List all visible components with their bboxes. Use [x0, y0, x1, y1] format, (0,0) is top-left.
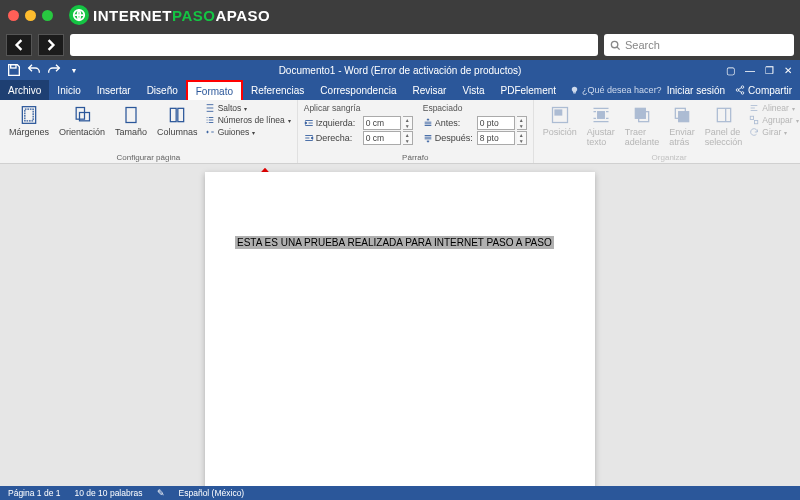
- group-page-setup: Márgenes Orientación Tamaño Columnas Sal…: [0, 100, 298, 163]
- spacing-after-spinner[interactable]: ▲▼: [517, 131, 527, 145]
- tab-pdfelement[interactable]: PDFelement: [493, 80, 565, 100]
- undo-icon[interactable]: [26, 62, 42, 78]
- browser-titlebar: INTERNET PASO APASO: [0, 0, 800, 30]
- columns-icon: [167, 105, 187, 125]
- tab-layout[interactable]: Formato: [186, 80, 243, 100]
- selected-text[interactable]: ESTA ES UNA PRUEBA REALIZADA PARA INTERN…: [235, 236, 554, 249]
- indent-right-spinner[interactable]: ▲▼: [403, 131, 413, 145]
- minimize-button[interactable]: —: [745, 65, 755, 76]
- margins-icon: [19, 105, 39, 125]
- save-icon[interactable]: [6, 62, 22, 78]
- ribbon-options-icon[interactable]: ▢: [726, 65, 735, 76]
- rotate-icon: [749, 127, 759, 137]
- maximize-traffic-light[interactable]: [42, 10, 53, 21]
- logo-icon: [69, 5, 89, 25]
- redo-icon[interactable]: [46, 62, 62, 78]
- ribbon-tabs: Archivo Inicio Insertar Diseño Formato R…: [0, 80, 800, 100]
- search-placeholder: Search: [625, 39, 660, 51]
- group-arrange-title: Organizar: [540, 152, 799, 162]
- spacing-before-label: Antes:: [435, 118, 475, 128]
- indent-heading: Aplicar sangría: [304, 103, 413, 113]
- svg-rect-20: [717, 108, 730, 121]
- bulb-icon: [570, 86, 579, 95]
- indent-right-icon: [304, 133, 314, 143]
- spacing-before-input[interactable]: 0 pto: [477, 116, 515, 130]
- wrap-text-button[interactable]: Ajustar texto: [584, 103, 618, 149]
- status-language[interactable]: Español (México): [179, 488, 245, 498]
- align-icon: [749, 103, 759, 113]
- search-icon: [610, 40, 621, 51]
- status-spellcheck-icon[interactable]: ✎: [157, 488, 165, 498]
- tab-review[interactable]: Revisar: [405, 80, 455, 100]
- signin-link[interactable]: Iniciar sesión: [667, 85, 725, 96]
- spacing-before-spinner[interactable]: ▲▼: [517, 116, 527, 130]
- tab-view[interactable]: Vista: [454, 80, 492, 100]
- indent-left-spinner[interactable]: ▲▼: [403, 116, 413, 130]
- position-icon: [550, 105, 570, 125]
- size-button[interactable]: Tamaño: [112, 103, 150, 139]
- tab-insert[interactable]: Insertar: [89, 80, 139, 100]
- status-page[interactable]: Página 1 de 1: [8, 488, 60, 498]
- document-page[interactable]: ESTA ES UNA PRUEBA REALIZADA PARA INTERN…: [205, 172, 595, 486]
- hyphenation-button[interactable]: Guiones▾: [205, 127, 291, 137]
- group-arrange: Posición Ajustar texto Traer adelante En…: [534, 100, 800, 163]
- breaks-icon: [205, 103, 215, 113]
- spacing-after-label: Después:: [435, 133, 475, 143]
- columns-button[interactable]: Columnas: [154, 103, 201, 139]
- svg-rect-12: [178, 108, 184, 121]
- tab-home[interactable]: Inicio: [49, 80, 88, 100]
- indent-left-icon: [304, 118, 314, 128]
- breaks-button[interactable]: Saltos▾: [205, 103, 291, 113]
- indent-right-label: Derecha:: [316, 133, 361, 143]
- tell-me[interactable]: ¿Qué desea hacer?: [570, 80, 662, 100]
- tab-mailings[interactable]: Correspondencia: [312, 80, 404, 100]
- back-button[interactable]: [6, 34, 32, 56]
- align-label: Alinear: [762, 103, 788, 113]
- svg-point-4: [736, 89, 739, 92]
- maximize-button[interactable]: ❐: [765, 65, 774, 76]
- indent-left-field: Izquierda: 0 cm ▲▼: [304, 116, 413, 130]
- hyphenation-icon: [205, 127, 215, 137]
- svg-rect-7: [25, 109, 33, 121]
- indent-left-input[interactable]: 0 cm: [363, 116, 401, 130]
- close-traffic-light[interactable]: [8, 10, 19, 21]
- send-backward-button[interactable]: Enviar atrás: [666, 103, 698, 149]
- group-page-setup-title: Configurar página: [6, 152, 291, 162]
- spacing-after-input[interactable]: 8 pto: [477, 131, 515, 145]
- minimize-traffic-light[interactable]: [25, 10, 36, 21]
- status-words[interactable]: 10 de 10 palabras: [74, 488, 142, 498]
- url-bar[interactable]: [70, 34, 598, 56]
- indent-right-input[interactable]: 0 cm: [363, 131, 401, 145]
- size-label: Tamaño: [115, 127, 147, 137]
- bring-forward-button[interactable]: Traer adelante: [622, 103, 663, 149]
- margins-button[interactable]: Márgenes: [6, 103, 52, 139]
- search-box[interactable]: Search: [604, 34, 794, 56]
- margins-label: Márgenes: [9, 127, 49, 137]
- orientation-button[interactable]: Orientación: [56, 103, 108, 139]
- tab-references[interactable]: Referencias: [243, 80, 312, 100]
- share-button[interactable]: Compartir: [735, 85, 792, 96]
- svg-rect-16: [635, 108, 645, 118]
- forward-button[interactable]: [38, 34, 64, 56]
- line-numbers-button[interactable]: Números de línea▾: [205, 115, 291, 125]
- document-area[interactable]: ESTA ES UNA PRUEBA REALIZADA PARA INTERN…: [0, 164, 800, 486]
- svg-rect-8: [76, 108, 84, 120]
- group-paragraph-title: Párrafo: [304, 152, 527, 162]
- rotate-button[interactable]: Girar▾: [749, 127, 798, 137]
- group-button[interactable]: Agrupar▾: [749, 115, 798, 125]
- group-paragraph: Aplicar sangría Izquierda: 0 cm ▲▼ Derec…: [298, 100, 534, 163]
- line-numbers-icon: [205, 115, 215, 125]
- tab-design[interactable]: Diseño: [139, 80, 186, 100]
- site-logo: INTERNET PASO APASO: [69, 5, 270, 25]
- word-titlebar: ▼ Documento1 - Word (Error de activación…: [0, 60, 800, 80]
- align-button[interactable]: Alinear▾: [749, 103, 798, 113]
- close-button[interactable]: ✕: [784, 65, 792, 76]
- front-label: Traer adelante: [625, 127, 660, 147]
- tab-file[interactable]: Archivo: [0, 80, 49, 100]
- qat-dropdown-icon[interactable]: ▼: [66, 62, 82, 78]
- wrap-icon: [591, 105, 611, 125]
- position-button[interactable]: Posición: [540, 103, 580, 149]
- rotate-label: Girar: [762, 127, 781, 137]
- indent-left-label: Izquierda:: [316, 118, 361, 128]
- selection-pane-button[interactable]: Panel de selección: [702, 103, 746, 149]
